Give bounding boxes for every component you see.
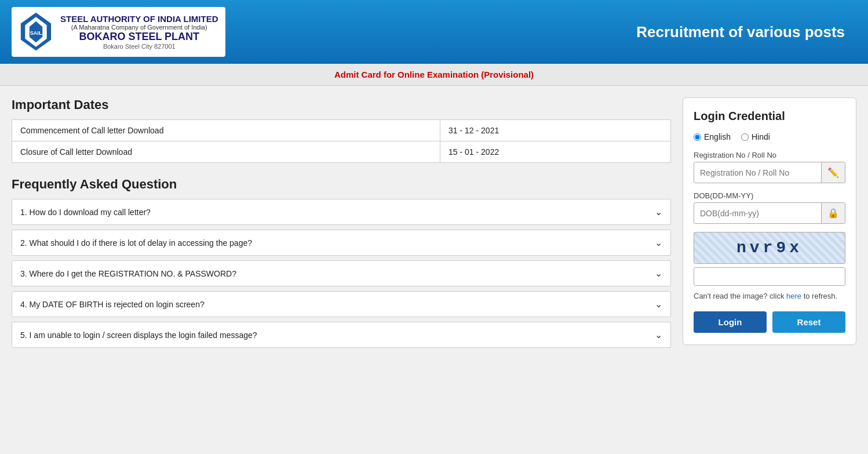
login-button[interactable]: Login bbox=[694, 311, 767, 333]
captcha-refresh-link[interactable]: here bbox=[786, 292, 801, 300]
english-radio[interactable] bbox=[694, 133, 701, 141]
org-name-line1: STEEL AUTHORITY OF INDIA LIMITED bbox=[60, 14, 218, 24]
faq-item[interactable]: 2. What should I do if there is lot of d… bbox=[12, 230, 671, 256]
main-layout: Important Dates Commencement of Call let… bbox=[0, 86, 868, 364]
reg-input-wrapper: ✏️ bbox=[694, 162, 845, 183]
dates-row: Commencement of Call letter Download31 -… bbox=[12, 120, 671, 141]
dob-input[interactable] bbox=[694, 204, 821, 223]
dob-label: DOB(DD-MM-YY) bbox=[694, 191, 845, 200]
edit-icon: ✏️ bbox=[821, 162, 845, 183]
captcha-hint: Can't read the image? click here to refr… bbox=[694, 290, 845, 302]
faq-item[interactable]: 1. How do I download my call letter?⌄ bbox=[12, 199, 671, 225]
org-info: STEEL AUTHORITY OF INDIA LIMITED (A Maha… bbox=[60, 14, 218, 50]
faq-item[interactable]: 3. Where do I get the REGISTRATION NO. &… bbox=[12, 260, 671, 286]
hindi-radio-label[interactable]: Hindi bbox=[741, 132, 770, 141]
chevron-down-icon: ⌄ bbox=[655, 206, 662, 217]
faq-item-text: 1. How do I download my call letter? bbox=[20, 208, 151, 217]
lock-icon: 🔒 bbox=[821, 203, 845, 223]
faq-item-text: 3. Where do I get the REGISTRATION NO. &… bbox=[20, 269, 236, 278]
important-dates-title: Important Dates bbox=[12, 97, 671, 112]
chevron-down-icon: ⌄ bbox=[655, 237, 662, 248]
date-value: 15 - 01 - 2022 bbox=[440, 141, 671, 163]
hindi-radio[interactable] bbox=[741, 133, 749, 141]
faq-title: Frequently Asked Question bbox=[12, 177, 671, 192]
hindi-label: Hindi bbox=[752, 132, 770, 141]
faq-item-text: 2. What should I do if there is lot of d… bbox=[20, 238, 252, 248]
english-radio-label[interactable]: English bbox=[694, 132, 731, 141]
date-label: Commencement of Call letter Download bbox=[12, 120, 440, 141]
org-name-line3: BOKARO STEEL PLANT bbox=[79, 31, 199, 43]
registration-input[interactable] bbox=[694, 164, 821, 182]
faq-item[interactable]: 4. My DATE OF BIRTH is rejected on login… bbox=[12, 291, 671, 317]
date-label: Closure of Call letter Download bbox=[12, 141, 440, 163]
faq-item-text: 5. I am unable to login / screen display… bbox=[20, 330, 257, 340]
date-value: 31 - 12 - 2021 bbox=[440, 120, 671, 141]
captcha-hint-suffix: to refresh. bbox=[801, 292, 837, 300]
sub-header-text: Admit Card for Online Examination (Provi… bbox=[334, 70, 534, 79]
language-radio-group: English Hindi bbox=[694, 132, 845, 141]
org-name-line2: (A Maharatna Company of Government of In… bbox=[71, 24, 207, 31]
left-content: Important Dates Commencement of Call let… bbox=[12, 97, 671, 353]
faq-list: 1. How do I download my call letter?⌄2. … bbox=[12, 199, 671, 348]
faq-item-text: 4. My DATE OF BIRTH is rejected on login… bbox=[20, 300, 205, 309]
captcha-text: nvr9x bbox=[736, 239, 803, 257]
login-panel: Login Credential English Hindi Registrat… bbox=[683, 97, 856, 345]
sub-header-bar: Admit Card for Online Examination (Provi… bbox=[0, 64, 868, 86]
page-header: SAIL STEEL AUTHORITY OF INDIA LIMITED (A… bbox=[0, 0, 868, 64]
reset-button[interactable]: Reset bbox=[772, 311, 845, 333]
sail-logo-icon: SAIL bbox=[19, 12, 53, 52]
dob-input-wrapper: 🔒 bbox=[694, 202, 845, 224]
svg-text:SAIL: SAIL bbox=[30, 30, 42, 36]
reg-label: Registration No / Roll No bbox=[694, 151, 845, 159]
button-row: Login Reset bbox=[694, 311, 845, 333]
captcha-hint-prefix: Can't read the image? click bbox=[694, 292, 786, 300]
org-name-line4: Bokaro Steel City 827001 bbox=[103, 43, 176, 50]
faq-item[interactable]: 5. I am unable to login / screen display… bbox=[12, 322, 671, 348]
dates-row: Closure of Call letter Download15 - 01 -… bbox=[12, 141, 671, 163]
login-title: Login Credential bbox=[694, 110, 845, 123]
faq-section: Frequently Asked Question 1. How do I do… bbox=[12, 177, 671, 348]
page-title: Recruitment of various posts bbox=[225, 23, 856, 41]
captcha-input[interactable] bbox=[694, 267, 845, 286]
captcha-image: nvr9x bbox=[694, 232, 845, 264]
important-dates-table: Commencement of Call letter Download31 -… bbox=[12, 119, 671, 163]
chevron-down-icon: ⌄ bbox=[655, 299, 662, 310]
chevron-down-icon: ⌄ bbox=[655, 268, 662, 279]
chevron-down-icon: ⌄ bbox=[655, 329, 662, 340]
english-label: English bbox=[704, 132, 731, 141]
logo-container: SAIL STEEL AUTHORITY OF INDIA LIMITED (A… bbox=[12, 7, 225, 57]
